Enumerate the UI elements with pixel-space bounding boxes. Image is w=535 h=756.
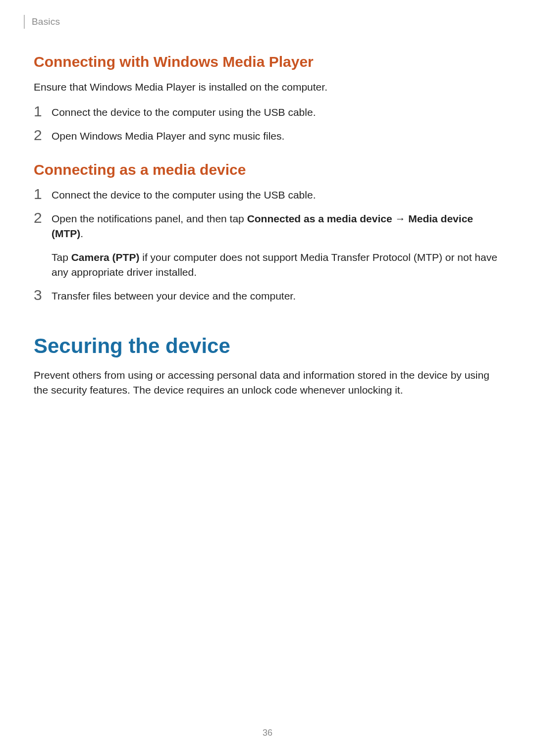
step-text: Open Windows Media Player and sync music… (52, 129, 501, 144)
bold-text: Camera (PTP) (71, 252, 140, 263)
step-number: 3 (34, 288, 43, 302)
header-divider (24, 15, 25, 29)
text-fragment: Open the notifications panel, and then t… (52, 213, 247, 224)
step-item: 2 Open the notifications panel, and then… (34, 211, 501, 279)
step-text-line: Connect the device to the computer using… (52, 188, 501, 202)
subheading-media-device: Connecting as a media device (34, 160, 501, 179)
intro-wmp: Ensure that Windows Media Player is inst… (34, 80, 501, 94)
paragraph-securing: Prevent others from using or accessing p… (34, 368, 499, 398)
text-fragment: Tap (52, 252, 71, 263)
arrow-icon: → (392, 213, 409, 224)
page-number: 36 (0, 728, 535, 738)
step-text-line: Connect the device to the computer using… (52, 105, 501, 120)
manual-page: Basics Connecting with Windows Media Pla… (0, 0, 535, 756)
step-text-line: Open the notifications panel, and then t… (52, 211, 501, 241)
text-fragment: . (80, 228, 83, 239)
breadcrumb: Basics (32, 16, 60, 27)
steps-wmp: 1 Connect the device to the computer usi… (34, 105, 501, 144)
heading-securing: Securing the device (34, 334, 501, 358)
step-text-secondary: Tap Camera (PTP) if your computer does n… (52, 250, 501, 280)
step-text: Open the notifications panel, and then t… (52, 211, 501, 279)
step-item: 3 Transfer files between your device and… (34, 289, 501, 303)
step-text: Transfer files between your device and t… (52, 289, 501, 303)
step-number: 2 (34, 128, 43, 143)
step-item: 1 Connect the device to the computer usi… (34, 188, 501, 202)
step-item: 1 Connect the device to the computer usi… (34, 105, 501, 120)
step-number: 1 (34, 104, 43, 119)
bold-text: Connected as a media device (247, 213, 392, 224)
step-number: 1 (34, 187, 43, 202)
steps-media-device: 1 Connect the device to the computer usi… (34, 188, 501, 303)
step-number: 2 (34, 210, 43, 225)
page-header: Basics (24, 15, 501, 29)
step-text-line: Transfer files between your device and t… (52, 289, 501, 303)
step-item: 2 Open Windows Media Player and sync mus… (34, 129, 501, 144)
step-text: Connect the device to the computer using… (52, 188, 501, 202)
step-text-line: Open Windows Media Player and sync music… (52, 129, 501, 144)
subheading-wmp: Connecting with Windows Media Player (34, 52, 501, 71)
step-text: Connect the device to the computer using… (52, 105, 501, 120)
